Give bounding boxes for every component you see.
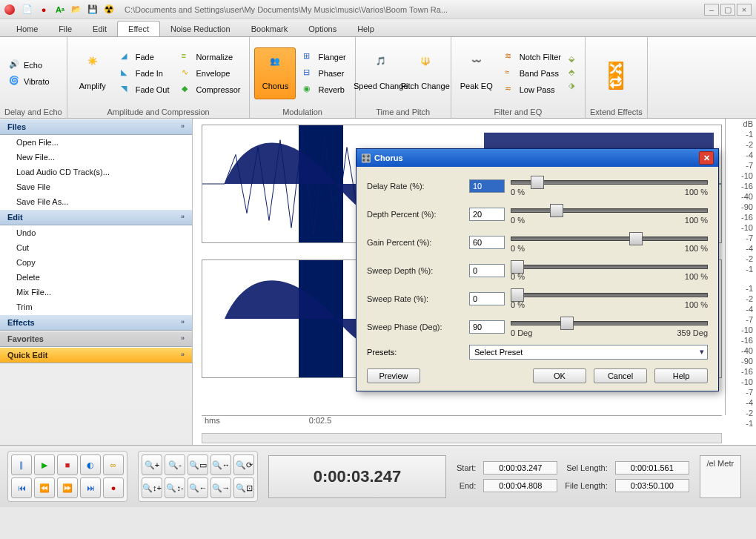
filter-mini-icon-3[interactable]: ⬗ — [568, 81, 580, 93]
side-item-load-cd[interactable]: Load Audio CD Track(s)... — [0, 165, 192, 179]
param-input-3[interactable] — [469, 264, 505, 277]
zoom-fit-button[interactable]: 🔍⊡ — [233, 477, 254, 498]
tab-noise-reduction[interactable]: Noise Reduction — [160, 22, 241, 36]
param-slider-0[interactable]: 0 %100 % — [511, 176, 708, 196]
chorus-dialog[interactable]: 🎛️ Chorus ✕ Delay Rate (%):0 %100 %Depth… — [356, 148, 719, 391]
side-header-edit[interactable]: Edit — [0, 209, 192, 225]
tab-help[interactable]: Help — [347, 22, 385, 36]
pause-button[interactable]: ∥ — [11, 454, 32, 475]
reverb-button[interactable]: ◉Reverb — [299, 82, 350, 97]
loop-button[interactable]: ∞ — [103, 454, 124, 475]
side-item-save-as[interactable]: Save File As... — [0, 194, 192, 209]
skip-start-button[interactable]: ⏮ — [11, 477, 32, 498]
open-folder-icon[interactable]: 📂 — [70, 3, 83, 16]
ok-button[interactable]: OK — [533, 368, 586, 383]
param-slider-3[interactable]: 0 %100 % — [511, 260, 708, 281]
fade-in-button[interactable]: ◣Fade In — [116, 66, 174, 81]
tab-bookmark[interactable]: Bookmark — [241, 22, 299, 36]
pitch-change-button[interactable]: 🔱Pitch Change — [405, 47, 446, 99]
h-scrollbar[interactable] — [202, 433, 722, 443]
param-slider-1[interactable]: 0 %100 % — [511, 204, 708, 225]
fade-button[interactable]: ◢Fade — [116, 50, 174, 65]
tab-edit[interactable]: Edit — [82, 22, 117, 36]
stop-button[interactable]: ■ — [57, 454, 78, 475]
preview-button[interactable]: Preview — [367, 368, 420, 383]
vibrato-button[interactable]: 🌀Vibrato — [4, 74, 54, 89]
preset-combo[interactable]: Select Preset — [469, 345, 708, 360]
forward-button[interactable]: ⏩ — [57, 477, 78, 498]
compressor-button[interactable]: ◆Compressor — [177, 82, 245, 97]
tab-home[interactable]: Home — [6, 22, 48, 36]
play-selection-button[interactable]: ◐ — [80, 454, 101, 475]
side-header-quick-edit[interactable]: Quick Edit — [0, 347, 192, 363]
zoom-sel-button[interactable]: 🔍▭ — [188, 454, 208, 475]
dialog-titlebar[interactable]: 🎛️ Chorus ✕ — [357, 149, 718, 167]
side-item-new-file[interactable]: New File... — [0, 150, 192, 165]
tab-effect[interactable]: Effect — [117, 21, 160, 36]
play-button[interactable]: ▶ — [34, 454, 55, 475]
side-header-files[interactable]: Files — [0, 119, 192, 135]
phaser-button[interactable]: ⊟Phaser — [299, 66, 350, 81]
filter-mini-icon-2[interactable]: ⬘ — [568, 67, 580, 79]
notch-filter-button[interactable]: ≋Notch Filter — [500, 50, 566, 65]
param-input-1[interactable] — [469, 208, 505, 221]
tab-file[interactable]: File — [48, 22, 82, 36]
param-input-0[interactable] — [469, 179, 505, 193]
zoom-right-button[interactable]: 🔍→ — [210, 477, 231, 498]
echo-button[interactable]: 🔊Echo — [4, 58, 54, 73]
low-pass-button[interactable]: ≂Low Pass — [500, 82, 566, 97]
speed-change-button[interactable]: 🎵Speed Change — [360, 47, 402, 99]
extend-icon-1[interactable]: 🔀 — [608, 61, 620, 73]
param-input-5[interactable] — [469, 320, 505, 334]
param-input-2[interactable] — [469, 236, 505, 249]
minimize-button[interactable]: – — [704, 4, 719, 16]
record-button[interactable]: ● — [103, 477, 124, 498]
side-item-save[interactable]: Save File — [0, 179, 192, 194]
maximize-button[interactable]: ▢ — [720, 4, 735, 16]
extend-icon-2[interactable]: 🔁 — [608, 74, 620, 86]
close-window-button[interactable]: × — [737, 4, 752, 16]
side-item-trim[interactable]: Trim — [0, 300, 192, 314]
filter-mini-icon[interactable]: ⬙ — [568, 54, 580, 66]
zoom-v-out-button[interactable]: 🔍↕- — [165, 477, 185, 498]
param-slider-2[interactable]: 0 %100 % — [511, 232, 708, 253]
record-icon[interactable]: ● — [37, 3, 50, 16]
side-item-mix[interactable]: Mix File... — [0, 285, 192, 300]
band-pass-button[interactable]: ≈Band Pass — [500, 66, 566, 81]
skip-end-button[interactable]: ⏭ — [80, 477, 101, 498]
side-item-open-file[interactable]: Open File... — [0, 135, 192, 150]
dialog-close-button[interactable]: ✕ — [699, 151, 714, 165]
cancel-button[interactable]: Cancel — [594, 368, 647, 383]
amplify-button[interactable]: ☀️Amplify — [72, 47, 113, 99]
zoom-reset-button[interactable]: 🔍⟳ — [233, 454, 254, 475]
tab-options[interactable]: Options — [298, 22, 347, 36]
save-icon[interactable]: 💾 — [86, 3, 99, 16]
side-header-effects[interactable]: Effects — [0, 314, 192, 331]
start-value[interactable]: 0:00:03.247 — [483, 461, 557, 474]
burn-icon[interactable]: ☢️ — [102, 3, 116, 16]
side-header-favorites[interactable]: Favorites — [0, 331, 192, 347]
side-item-cut[interactable]: Cut — [0, 240, 192, 255]
envelope-button[interactable]: ∿Envelope — [177, 66, 245, 81]
zoom-v-in-button[interactable]: 🔍↕+ — [142, 477, 162, 498]
help-button[interactable]: Help — [654, 368, 708, 383]
param-slider-4[interactable]: 0 %100 % — [511, 288, 708, 309]
zoom-left-button[interactable]: 🔍← — [188, 477, 208, 498]
rewind-button[interactable]: ⏪ — [34, 477, 55, 498]
param-input-4[interactable] — [469, 292, 505, 305]
text-icon[interactable]: Aa — [53, 3, 67, 16]
param-slider-5[interactable]: 0 Deg359 Deg — [511, 317, 708, 337]
chorus-button[interactable]: 👥Chorus — [254, 47, 296, 99]
zoom-in-button[interactable]: 🔍+ — [142, 454, 162, 475]
fade-out-button[interactable]: ◥Fade Out — [116, 82, 174, 97]
side-item-copy[interactable]: Copy — [0, 255, 192, 270]
zoom-out-button[interactable]: 🔍- — [165, 454, 185, 475]
normalize-button[interactable]: ≡Normalize — [177, 50, 245, 65]
flanger-button[interactable]: ⊞Flanger — [299, 50, 350, 65]
new-file-icon[interactable]: 📄 — [21, 3, 34, 16]
side-item-undo[interactable]: Undo — [0, 225, 192, 240]
end-value[interactable]: 0:00:04.808 — [483, 479, 557, 492]
zoom-all-button[interactable]: 🔍↔ — [210, 454, 231, 475]
side-item-delete[interactable]: Delete — [0, 270, 192, 285]
time-ruler[interactable]: hms 0:02.5 — [202, 415, 722, 430]
